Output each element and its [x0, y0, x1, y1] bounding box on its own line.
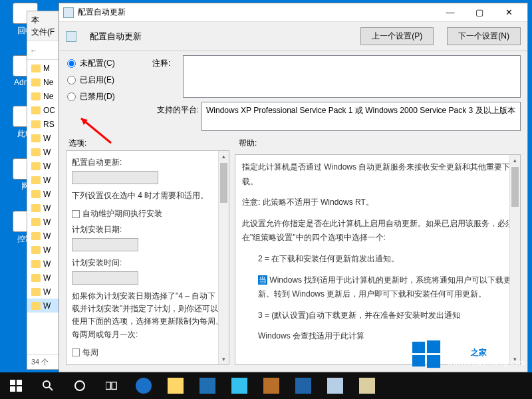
- folder-icon: [31, 246, 41, 254]
- help-pane: 指定此计算机是否通过 Windows 自动更新服务来接收安全更新和其他重要下载。…: [235, 154, 521, 365]
- taskview-button[interactable]: [96, 372, 128, 399]
- folder-icon: [31, 120, 41, 128]
- chk-maintenance[interactable]: 自动维护期间执行安装: [72, 207, 223, 220]
- close-button[interactable]: ✕: [494, 3, 523, 22]
- folder-icon: [31, 260, 41, 268]
- help-text: 指定此计算机是否通过 Windows 自动更新服务来接收安全更新和其他重要下载。: [242, 160, 513, 189]
- help-text: 当 Windows 找到适用于此计算机的更新时，系统将通知用户可以下载更新。转到…: [242, 273, 513, 302]
- taskbar-app-icon[interactable]: [319, 372, 351, 399]
- svg-point-10: [75, 381, 84, 390]
- taskbar-app-icon[interactable]: [255, 372, 287, 399]
- window-title: 配置自动更新: [78, 7, 436, 18]
- svg-rect-5: [17, 380, 22, 385]
- svg-rect-6: [10, 386, 15, 392]
- prev-setting-button[interactable]: 上一个设置(P): [360, 27, 434, 45]
- svg-rect-2: [412, 355, 425, 366]
- folder-icon: [31, 134, 41, 142]
- install-time-label: 计划安装时间:: [72, 257, 223, 269]
- nav-back-icon[interactable]: ←: [30, 47, 37, 55]
- policy-icon: [66, 31, 76, 42]
- folder-icon: [31, 92, 41, 100]
- svg-rect-4: [10, 380, 15, 385]
- taskbar-explorer-icon[interactable]: [160, 372, 192, 399]
- platform-label: 支持的平台:: [152, 102, 201, 131]
- folder-icon: [31, 65, 41, 72]
- folder-icon: [31, 162, 41, 170]
- options-scrollbar[interactable]: ▴▾: [218, 151, 229, 364]
- install-day-label: 计划安装日期:: [72, 223, 223, 236]
- comment-field[interactable]: [183, 55, 521, 98]
- svg-point-8: [43, 381, 50, 388]
- help-text: 3 = (默认设置)自动下载更新，并在准备好安装时发出通知: [242, 309, 513, 323]
- titlebar: 配置自动更新 — ▢ ✕: [59, 3, 527, 22]
- state-radios: 未配置(C) 已启用(E) 已禁用(D): [66, 55, 152, 105]
- install-time-dropdown[interactable]: [72, 271, 138, 285]
- svg-line-9: [49, 387, 53, 390]
- annotation-arrow: [74, 113, 114, 148]
- folder-icon: [31, 288, 41, 296]
- taskbar-app-icon[interactable]: [287, 372, 319, 399]
- help-text: 2 = 在下载和安装任何更新前发出通知。: [242, 252, 513, 267]
- folder-icon: [31, 204, 41, 212]
- watermark: Win10之家 www.win10xitong.com: [411, 339, 525, 370]
- taskbar: [0, 372, 532, 399]
- folder-icon: [31, 176, 41, 184]
- checkbox-icon: [72, 348, 80, 356]
- policy-subtitle: 配置自动更新: [90, 31, 142, 43]
- windows-logo-icon: [411, 339, 442, 370]
- help-text: 此设置允许你指定是否在此计算机上启用自动更新。如果已启用该服务，必须在"组策略设…: [242, 217, 513, 245]
- svg-rect-0: [412, 342, 425, 353]
- taskbar-store-icon[interactable]: [192, 372, 223, 399]
- search-button[interactable]: [32, 372, 64, 399]
- chk-weekly[interactable]: 每周: [72, 346, 223, 359]
- folder-icon: [31, 302, 41, 310]
- options-note: 下列设置仅在选中 4 时才需要和适用。: [72, 190, 223, 202]
- next-setting-button[interactable]: 下一个设置(N): [447, 27, 521, 45]
- help-text: 注意: 此策略不适用于 Windows RT。: [242, 196, 513, 210]
- folder-icon: [31, 106, 41, 114]
- toolbar: 配置自动更新 上一个设置(P) 下一个设置(N): [59, 22, 527, 51]
- options-pane: 配置自动更新: 下列设置仅在选中 4 时才需要和适用。 自动维护期间执行安装 计…: [66, 150, 229, 365]
- update-mode-dropdown[interactable]: [72, 171, 158, 184]
- folder-icon: [31, 232, 41, 240]
- taskbar-notepad-icon[interactable]: [351, 372, 383, 399]
- platform-field: Windows XP Professional Service Pack 1 或…: [201, 102, 521, 131]
- folder-icon: [31, 218, 41, 226]
- svg-rect-7: [17, 386, 22, 392]
- options-group-label: 配置自动更新:: [72, 156, 223, 169]
- folder-icon: [31, 190, 41, 198]
- radio-disabled[interactable]: 已禁用(D): [66, 88, 152, 105]
- folder-icon: [31, 274, 41, 282]
- maximize-button[interactable]: ▢: [465, 3, 494, 22]
- taskbar-app-icon[interactable]: [223, 372, 255, 399]
- options-paragraph: 如果你为计划安装日期选择了"4 – 自动下载并计划安装"并指定了计划，则你还可以…: [72, 290, 223, 341]
- svg-rect-11: [106, 382, 110, 390]
- folder-icon: [31, 78, 41, 86]
- app-icon: [63, 7, 74, 18]
- install-day-dropdown[interactable]: [72, 238, 138, 251]
- taskbar-edge-icon[interactable]: [128, 372, 160, 399]
- svg-rect-1: [427, 340, 440, 353]
- help-scrollbar[interactable]: ▴▾: [509, 155, 520, 364]
- radio-not-configured[interactable]: 未配置(C): [66, 55, 152, 72]
- svg-rect-3: [427, 355, 440, 368]
- minimize-button[interactable]: —: [436, 3, 465, 22]
- checkbox-icon: [72, 210, 80, 218]
- start-button[interactable]: [0, 372, 32, 399]
- folder-icon: [31, 148, 41, 156]
- highlight: 当: [258, 275, 267, 285]
- radio-enabled[interactable]: 已启用(E): [66, 72, 152, 88]
- desktop: 回收 Admin 此电 网 控制 本 文件(F ← M Ne Ne OC RS …: [0, 0, 532, 399]
- policy-dialog: 配置自动更新 — ▢ ✕ 配置自动更新 上一个设置(P) 下一个设置(N) 未配…: [59, 3, 528, 372]
- cortana-button[interactable]: [64, 372, 96, 399]
- help-label: 帮助:: [239, 138, 257, 149]
- comment-label: 注释:: [152, 55, 183, 98]
- svg-rect-12: [112, 382, 116, 390]
- window-controls: — ▢ ✕: [436, 3, 523, 22]
